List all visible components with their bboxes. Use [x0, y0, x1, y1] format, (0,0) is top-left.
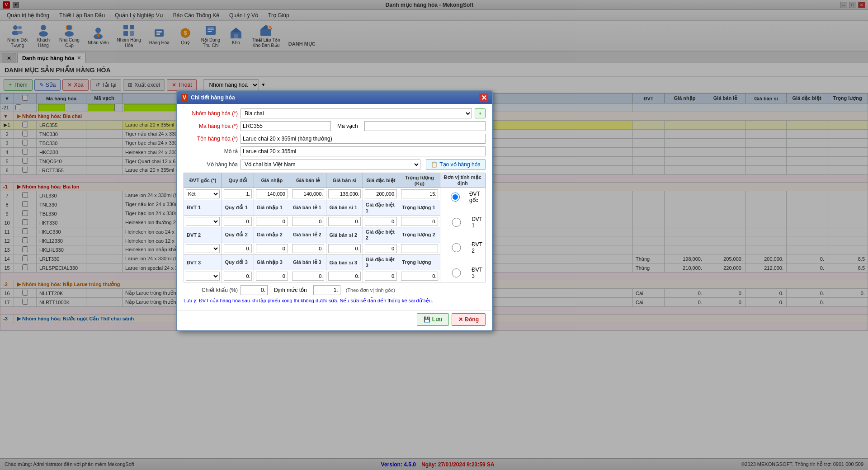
dvt-row-goc: Két — [184, 188, 486, 200]
dvt3-giabanle-input[interactable] — [292, 272, 324, 281]
label-chietkhau: Chiết khấu (%) — [184, 287, 238, 293]
dvt-goc-trongluong-input[interactable] — [401, 189, 438, 198]
radio-dvt-goc[interactable]: ĐVT gốc — [443, 191, 482, 203]
radio-dvt-3-input[interactable] — [443, 268, 470, 277]
dvt2-gianhap-input[interactable] — [256, 244, 288, 253]
radio-group-dvt: ĐVT gốc ĐVT 1 ĐVT 2 — [443, 191, 482, 279]
dvt1-gbs-label: Giá bán si 1 — [326, 200, 363, 215]
svg-text:V: V — [183, 94, 186, 101]
dvt-goc-giabanle — [290, 188, 326, 200]
dvt-goc-gianhap — [254, 188, 290, 200]
dvt1-giabansi-input[interactable] — [328, 217, 360, 226]
tao-vo-button[interactable]: 📋 Tạo vỏ hàng hóa — [426, 159, 486, 170]
th-gia-ban-le: Giá bán lẻ — [290, 173, 326, 188]
dinh-muc-ton-input[interactable] — [313, 285, 340, 295]
label-dinh-muc: Định mức tồn — [274, 287, 307, 293]
th-gia-dac-biet: Giá đặc biệt — [363, 173, 399, 188]
dvt2-select[interactable] — [186, 244, 220, 253]
dong-label: Đóng — [465, 316, 479, 323]
th-gia-nhap: Giá nhập — [254, 173, 290, 188]
dvt1-giabanle — [290, 215, 326, 227]
nhom-hang-hoa-select[interactable]: Bia chai — [241, 108, 472, 118]
dvt3-select[interactable] — [186, 272, 220, 281]
luu-label: Lưu — [432, 316, 443, 323]
dvt1-giadacbiet — [363, 215, 399, 227]
modal-body: Nhóm hàng hóa (*) Bia chai + Mã hàng hóa… — [177, 104, 492, 308]
dvt1-trongluong — [399, 215, 440, 227]
dvt1-gn-label: Giá nhập 1 — [254, 200, 290, 215]
tao-vo-label: Tạo vỏ hàng hóa — [439, 161, 481, 168]
dvt3-gianhap-input[interactable] — [256, 272, 288, 281]
dvt1-quydoi-input[interactable] — [224, 217, 251, 226]
ma-vach-input[interactable] — [364, 121, 486, 131]
dvt1-gdb-label: Giá đặc biệt 1 — [363, 200, 399, 215]
dong-icon: ✕ — [458, 316, 463, 323]
dvt-grid-container: ĐVT gốc (*) Quy đổi Giá nhập Giá bán lẻ … — [184, 173, 486, 282]
radio-dvt-3-label: ĐVT 3 — [472, 267, 482, 279]
radio-dvt-1-label: ĐVT 1 — [472, 216, 482, 229]
dvt-goc-trongluong — [399, 188, 440, 200]
radio-dvt-goc-input[interactable] — [443, 193, 467, 202]
add-nhom-button[interactable]: + — [475, 108, 486, 118]
dvt-goc-quydoi-input[interactable] — [224, 189, 251, 198]
dvt3-trongluong-input[interactable] — [401, 272, 438, 281]
luu-button[interactable]: 💾 Lưu — [417, 313, 449, 326]
dvt2-giabanle-input[interactable] — [292, 244, 324, 253]
dong-button[interactable]: ✕ Đóng — [452, 313, 486, 326]
dvt1-giabanle-input[interactable] — [292, 217, 324, 226]
dvt-goc-giadacbiet-input[interactable] — [365, 189, 397, 198]
dvt-mac-dinh-cell: ĐVT gốc ĐVT 1 ĐVT 2 — [440, 188, 485, 282]
dvt2-trongluong-input[interactable] — [401, 244, 438, 253]
dvt1-qd-label: Quy đổi 1 — [222, 200, 254, 215]
dvt1-giadacbiet-input[interactable] — [365, 217, 397, 226]
dvt1-gbl-label: Giá bán lẻ 1 — [290, 200, 326, 215]
dvt2-giadacbiet-input[interactable] — [365, 244, 397, 253]
dvt-goc-gianhap-input[interactable] — [256, 189, 288, 198]
dvt-goc-giabanle-input[interactable] — [292, 189, 324, 198]
tao-vo-icon: 📋 — [431, 161, 438, 168]
dvt-goc-cell: Két — [184, 188, 222, 200]
th-gia-ban-si: Giá bán si — [326, 173, 363, 188]
radio-dvt-2[interactable]: ĐVT 2 — [443, 241, 482, 254]
dvt1-cell — [184, 215, 222, 227]
vo-hang-hoa-select[interactable]: Vỏ chai bia Việt Nam — [241, 160, 420, 169]
th-quy-doi: Quy đổi — [222, 173, 254, 188]
modal-close-button[interactable]: ✕ — [479, 94, 488, 102]
modal-title: V Chi tiết hàng hóa — [181, 94, 235, 101]
label-mota: Mô tả — [184, 148, 238, 155]
dvt3-quydoi-input[interactable] — [224, 272, 251, 281]
dinh-muc-note: (Theo đơn vị tính gốc) — [346, 287, 395, 293]
luu-icon: 💾 — [424, 316, 430, 323]
modal-overlay: V Chi tiết hàng hóa ✕ Nhóm hàng hóa (*) … — [0, 0, 868, 470]
radio-dvt-1-input[interactable] — [443, 218, 470, 227]
dvt-goc-giabansi — [326, 188, 363, 200]
dvt-grid: ĐVT gốc (*) Quy đổi Giá nhập Giá bán lẻ … — [184, 173, 486, 282]
modal-footer: 💾 Lưu ✕ Đóng — [177, 310, 492, 330]
dvt1-giabansi — [326, 215, 363, 227]
warning-text: Lưu ý: ĐVT của hàng hóa sau khi lập phiế… — [184, 298, 486, 304]
dvt3-giabansi-input[interactable] — [328, 272, 360, 281]
mo-ta-input[interactable] — [241, 146, 486, 156]
dvt3-giadacbiet-input[interactable] — [365, 272, 397, 281]
radio-dvt-1[interactable]: ĐVT 1 — [443, 216, 482, 229]
radio-dvt-goc-label: ĐVT gốc — [469, 191, 482, 203]
dvt1-label: ĐVT 1 — [184, 200, 222, 215]
dvt-goc-quydoi — [222, 188, 254, 200]
dvt-goc-giabansi-input[interactable] — [328, 189, 360, 198]
dvt1-gianhap-input[interactable] — [256, 217, 288, 226]
label-ma-vach: Mã vạch — [337, 123, 358, 129]
dvt2-label: ĐVT 2 — [184, 227, 222, 243]
label-nhom: Nhóm hàng hóa (*) — [184, 110, 238, 117]
dvt-goc-select[interactable]: Két — [186, 189, 220, 198]
radio-dvt-2-input[interactable] — [443, 243, 470, 252]
radio-dvt-3[interactable]: ĐVT 3 — [443, 267, 482, 279]
dvt2-quydoi-input[interactable] — [224, 244, 251, 253]
label-ma: Mã hàng hóa (*) — [184, 123, 238, 129]
dvt1-trongluong-input[interactable] — [401, 217, 438, 226]
dvt1-select[interactable] — [186, 217, 220, 226]
label-ten: Tên hàng hóa (*) — [184, 136, 238, 142]
dvt2-giabansi-input[interactable] — [328, 244, 360, 253]
ten-hang-hoa-input[interactable] — [241, 134, 486, 144]
ma-hang-hoa-input[interactable] — [241, 121, 331, 131]
chiet-khau-input[interactable] — [241, 285, 268, 295]
